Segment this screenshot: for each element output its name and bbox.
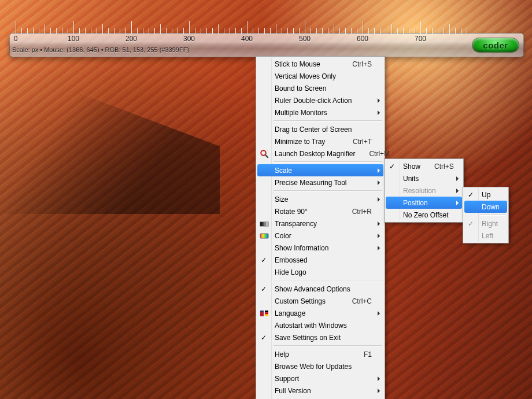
menu-item[interactable]: Vertical Moves Only [257,70,383,82]
menu-item[interactable]: Size [257,193,383,205]
menu-item[interactable]: Units [386,172,462,184]
submenu-arrow-icon [378,311,380,316]
menu-item[interactable]: ✓Save Settings on Exit [257,331,383,343]
menu-item[interactable]: ✓ShowCtrl+S [386,160,462,172]
submenu-arrow-icon [456,176,459,181]
svg-rect-6 [266,222,268,226]
menu-item[interactable]: Stick to MouseCtrl+S [257,58,383,70]
menu-item-label: Embossed [275,256,372,264]
menu-item-label: Language [275,309,372,317]
menu-item: Resolution [386,184,462,197]
context-menu-main[interactable]: Stick to MouseCtrl+SVertical Moves OnlyB… [256,56,385,399]
menu-item[interactable]: Launch Desktop MagnifierCtrl+M [257,147,383,160]
menu-item-label: Show Advanced Options [275,285,372,293]
menu-item-label: Support [275,375,372,383]
menu-item[interactable]: ✓Up [464,189,507,201]
menu-separator [481,215,506,216]
menu-item-label: Resolution [403,187,450,195]
menu-item[interactable]: Multiple Monitors [257,106,383,119]
menu-item[interactable]: Minimize to TrayCtrl+T [257,135,383,147]
menu-item-label: Vertical Moves Only [275,72,372,80]
ruler-tick-label: 200 [125,35,137,43]
check-icon: ✓ [468,191,474,198]
menu-item-label: Custom Settings [275,297,338,305]
menu-item-shortcut: Ctrl+R [352,208,372,216]
menu-item-label: Hide Logo [275,268,372,276]
menu-item[interactable]: Custom SettingsCtrl+C [257,295,383,307]
submenu-arrow-icon [378,389,380,393]
menu-item[interactable]: Support [257,372,383,385]
menu-item-label: Transparency [275,220,372,228]
menu-item[interactable]: Show Information [257,242,383,254]
menu-item[interactable]: Position [386,197,462,209]
menu-item[interactable]: Drag to Center of Screen [257,123,383,135]
menu-item[interactable]: Ruler Double-click Action [257,94,383,106]
submenu-arrow-icon [378,180,380,185]
check-icon: ✓ [389,163,395,170]
language-icon [260,309,269,318]
context-menu-scale[interactable]: ✓ShowCtrl+SUnitsResolutionPositionNo Zer… [384,158,464,223]
menu-item-label: Up [482,191,496,199]
menu-item[interactable]: Language [257,307,383,319]
menu-item-label: Right [482,220,498,228]
submenu-arrow-icon [378,221,380,226]
ruler-tick-labels: 0100200300400500600700 [10,35,523,45]
menu-item[interactable]: About... [257,397,383,399]
submenu-arrow-icon [378,197,380,202]
menu-item[interactable]: Color [257,230,383,242]
menu-item-label: Show [403,162,420,171]
ruler-tick-label: 100 [68,35,79,43]
svg-rect-5 [264,222,266,226]
menu-item[interactable]: Transparency [257,217,383,230]
menu-item-label: Units [403,175,450,183]
context-menu-position[interactable]: ✓UpDown✓RightLeft [463,187,509,243]
svg-rect-10 [265,311,268,312]
menu-item-label: Help [275,350,350,359]
menu-item[interactable]: ✓Show Advanced Options [257,283,383,295]
transparency-icon [260,219,269,228]
menu-item[interactable]: Hide Logo [257,266,383,278]
check-icon: ✓ [261,257,267,264]
menu-item[interactable]: Full Version [257,385,383,397]
ruler-tick-label: 400 [241,35,253,43]
submenu-arrow-icon [456,201,459,205]
screen-ruler[interactable]: 0100200300400500600700 Scale: px • Mouse… [9,33,524,57]
menu-item[interactable]: Autostart with Windows [257,319,383,331]
svg-rect-9 [260,311,264,312]
menu-item-label: Down [482,203,500,211]
color-icon [260,231,269,241]
ruler-tick-label: 700 [415,35,426,43]
menu-item[interactable]: Bound to Screen [257,82,383,94]
submenu-arrow-icon [378,376,380,381]
menu-item-label: Left [482,232,496,240]
check-icon: ✓ [261,334,267,341]
svg-rect-3 [260,222,263,226]
menu-item[interactable]: Rotate 90°Ctrl+R [257,205,383,217]
ruler-tick-label: 0 [14,35,18,43]
menu-item-label: Full Version [275,387,372,395]
menu-item-shortcut: Ctrl+M [369,150,390,158]
menu-separator [274,190,382,191]
menu-item[interactable]: ✓Embossed [257,254,383,266]
menu-item-label: Color [275,232,372,240]
menu-separator [274,345,382,346]
menu-item-label: Launch Desktop Magnifier [275,150,355,158]
menu-item-label: Show Information [275,244,372,252]
menu-item[interactable]: No Zero Offset [386,209,462,221]
ruler-tick-label: 600 [357,35,368,43]
menu-item[interactable]: Browse Web for Updates [257,360,383,372]
menu-item[interactable]: Precise Measuring Tool [257,176,383,189]
submenu-arrow-icon [456,189,459,193]
menu-item[interactable]: Down [464,201,507,213]
menu-item-label: Stick to Mouse [275,60,338,68]
menu-item-label: Scale [275,167,372,175]
menu-item[interactable]: Scale [257,164,383,176]
svg-rect-4 [263,222,264,226]
menu-item-label: Browse Web for Updates [275,363,372,371]
submenu-arrow-icon [378,168,380,173]
menu-item-label: Ruler Double-click Action [275,97,372,105]
ruler-tick-label: 300 [183,35,195,43]
submenu-arrow-icon [378,246,380,250]
menu-item[interactable]: HelpF1 [257,348,383,360]
ruler-status-text: Scale: px • Mouse: (1366, 645) • RGB: 51… [12,46,189,53]
